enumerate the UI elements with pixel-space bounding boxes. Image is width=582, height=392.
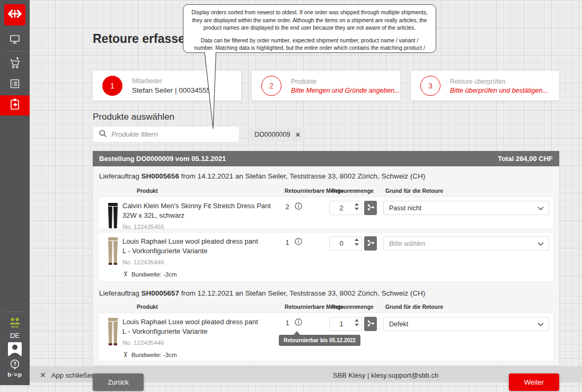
info-icon[interactable] bbox=[295, 318, 302, 328]
step-2-label: Produkte bbox=[291, 78, 400, 85]
step-3-label: Retoure überprüfen bbox=[450, 78, 548, 85]
product-image-black-pants bbox=[105, 201, 121, 230]
chevron-down-icon bbox=[537, 207, 544, 211]
filter-chip-order[interactable]: DO0000009 ✕ bbox=[249, 128, 306, 141]
step-3-number: 3 bbox=[420, 76, 440, 96]
sidebar-item-switch-user[interactable] bbox=[0, 316, 30, 332]
sidebar-divider bbox=[4, 311, 25, 312]
close-icon: ✕ bbox=[40, 371, 46, 379]
step-1-value: Stefan Seiler | 00034555 bbox=[132, 86, 210, 94]
returnable-quantity: 2 bbox=[283, 203, 292, 211]
sidebar: DE ? b·=p bbox=[0, 0, 30, 385]
shipment-2-number: SH0005657 bbox=[142, 289, 179, 297]
product-filter-input[interactable] bbox=[111, 130, 234, 138]
stepper-up-icon[interactable] bbox=[355, 238, 359, 241]
split-shipment-button[interactable] bbox=[364, 317, 377, 331]
sidebar-item-returns-active[interactable] bbox=[0, 95, 30, 115]
support-contact: SBB Klesy | klesy.support@sbb.ch bbox=[333, 367, 438, 383]
order-title: Bestellung DO0000009 vom 05.12.2021 bbox=[99, 155, 226, 163]
back-button[interactable]: Zurück bbox=[93, 373, 144, 391]
split-icon bbox=[367, 239, 375, 248]
split-shipment-button[interactable] bbox=[364, 201, 377, 215]
shipment-2-line: Lieferauftrag SH0005657 from 12.12.2021 … bbox=[99, 289, 553, 297]
scissors-icon: ✂ bbox=[121, 352, 129, 358]
col-retourenmenge: Retourenmenge bbox=[331, 188, 374, 194]
product-variant: L - Vorkonfigurierte Variante bbox=[122, 327, 281, 336]
list-icon bbox=[8, 77, 21, 92]
returnable-quantity: 1 bbox=[283, 319, 292, 327]
annotation-paragraph-1: Display orders sorted from newest to old… bbox=[190, 9, 429, 32]
step-1-number: 1 bbox=[102, 76, 122, 96]
product-image-khaki-pants bbox=[105, 237, 121, 265]
sidebar-item-cart[interactable] bbox=[0, 56, 30, 72]
col-grund: Grund für die Retoure bbox=[385, 304, 443, 310]
chevron-down-icon bbox=[537, 242, 544, 246]
return-quantity-stepper[interactable]: 0 bbox=[329, 236, 362, 251]
chip-remove-icon[interactable]: ✕ bbox=[295, 131, 301, 139]
stepper-up-icon[interactable] bbox=[355, 203, 359, 206]
product-filter-field[interactable] bbox=[93, 126, 240, 142]
step-2-hint: Bitte Mengen und Gründe angeben... bbox=[291, 87, 400, 94]
section-heading-produkte-auswaehlen: Produkte auswählen bbox=[93, 112, 174, 122]
product-row-louis-raphael-1: Louis Raphael Luxe wool pleated dress pa… bbox=[98, 232, 554, 282]
scissors-icon: ✂ bbox=[121, 271, 129, 277]
product-wordmark: b·=p bbox=[0, 371, 30, 378]
return-quantity-stepper[interactable]: 1 bbox=[329, 317, 362, 331]
monitor-icon bbox=[8, 33, 21, 48]
step-2-produkte[interactable]: 2 Produkte Bitte Mengen und Gründe angeb… bbox=[252, 71, 400, 101]
reason-select[interactable]: Bitte wählen bbox=[383, 236, 549, 251]
filter-chip-label: DO0000009 bbox=[254, 131, 290, 138]
annotation-paragraph-2: Data can be filtered by order number, ex… bbox=[190, 37, 429, 53]
quantity-value: 0 bbox=[330, 237, 353, 250]
alteration-line: ✂ Bundweite: -3cm bbox=[122, 351, 281, 359]
step-3-ueberpruefen[interactable]: 3 Retoure überprüfen Bitte überprüfen un… bbox=[411, 71, 559, 101]
product-number: No. 122435455 bbox=[122, 224, 281, 230]
reason-select[interactable]: Passt nicht bbox=[383, 201, 549, 215]
language-selector[interactable]: DE bbox=[0, 332, 30, 340]
order-header-bar: Bestellung DO0000009 vom 05.12.2021 Tota… bbox=[93, 151, 559, 166]
sidebar-item-orders[interactable] bbox=[0, 77, 30, 92]
search-icon bbox=[99, 129, 107, 140]
close-app-label: App schließen bbox=[51, 371, 95, 379]
next-button[interactable]: Weiter bbox=[509, 373, 559, 391]
product-image-khaki-pants bbox=[105, 317, 121, 346]
stepper-down-icon[interactable] bbox=[355, 324, 359, 326]
product-number: No. 122435446 bbox=[122, 340, 281, 346]
sidebar-divider bbox=[4, 51, 25, 51]
product-name: Louis Raphael Luxe wool pleated dress pa… bbox=[122, 237, 281, 246]
reason-select[interactable]: Defekt bbox=[383, 317, 549, 331]
switch-users-icon bbox=[7, 316, 22, 332]
product-name: Calvin Klein Men's Skinny Fit Stretch Dr… bbox=[122, 201, 281, 211]
user-avatar[interactable] bbox=[8, 342, 22, 356]
reason-placeholder: Bitte wählen bbox=[389, 240, 425, 247]
col-produkt: Produkt bbox=[137, 188, 158, 194]
shipment-1-line: Lieferauftrag SH0005656 from 14.12.2021 … bbox=[99, 172, 553, 180]
sbb-logo[interactable] bbox=[4, 4, 25, 25]
col-produkt: Produkt bbox=[137, 304, 158, 310]
product-row-louis-raphael-2: Louis Raphael Luxe wool pleated dress pa… bbox=[98, 313, 554, 361]
stepper-down-icon[interactable] bbox=[355, 243, 359, 246]
col-grund: Grund für die Retoure bbox=[385, 188, 443, 194]
split-shipment-button[interactable] bbox=[364, 236, 377, 251]
column-headers: Produkt Retournierbare Menge Retourenmen… bbox=[93, 188, 559, 194]
product-number: No. 122435446 bbox=[122, 259, 281, 265]
reason-value: Defekt bbox=[389, 320, 408, 328]
info-icon[interactable] bbox=[295, 238, 302, 247]
column-headers: Produkt Retournierbare Menge Retourenmen… bbox=[93, 304, 559, 310]
return-quantity-stepper[interactable]: 2 bbox=[329, 201, 362, 215]
sidebar-item-display[interactable] bbox=[0, 33, 30, 48]
stepper-up-icon[interactable] bbox=[355, 319, 359, 322]
order-total: Total 264,00 CHF bbox=[498, 155, 553, 163]
step-3-hint: Bitte überprüfen und bestätigen... bbox=[450, 87, 548, 94]
step-1-mitarbeiter[interactable]: 1 Mitarbeiter Stefan Seiler | 00034555 bbox=[93, 71, 241, 101]
stepper-down-icon[interactable] bbox=[355, 208, 359, 210]
step-1-label: Mitarbeiter bbox=[132, 77, 210, 85]
product-row-calvin-klein: Calvin Klein Men's Skinny Fit Stretch Dr… bbox=[98, 197, 554, 229]
product-variant: L - Vorkonfigurierte Variante bbox=[122, 246, 281, 256]
split-icon bbox=[367, 319, 375, 329]
product-variant: 32W x 32L, schwarz bbox=[122, 211, 281, 220]
close-app-button[interactable]: ✕ App schließen bbox=[40, 367, 95, 383]
svg-text:?: ? bbox=[13, 361, 16, 367]
cart-add-icon bbox=[8, 56, 22, 72]
info-icon[interactable] bbox=[295, 202, 302, 212]
